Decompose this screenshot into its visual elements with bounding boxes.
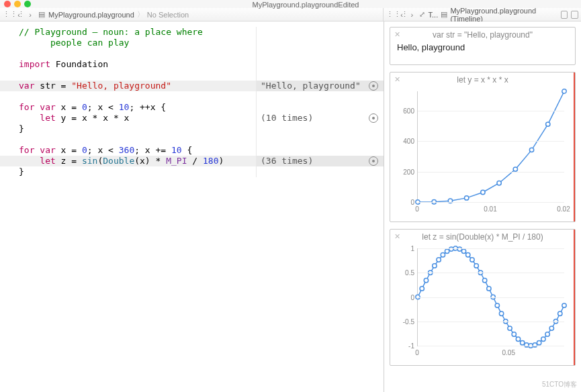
svg-point-9 bbox=[562, 89, 566, 93]
breadcrumb-file[interactable]: MyPlayground.playground (Timeline) bbox=[450, 7, 555, 23]
timeline-card-value: ✕ var str = "Hello, playground" Hello, p… bbox=[390, 27, 576, 65]
code-line-highlighted: let z = sin(Double(x) * M_PI / 180) (36 … bbox=[0, 156, 384, 166]
quicklook-icon[interactable] bbox=[369, 113, 378, 123]
svg-point-12 bbox=[424, 279, 428, 283]
code-comment: // Playground – noun: a place where bbox=[19, 27, 208, 37]
svg-point-38 bbox=[533, 343, 537, 347]
svg-point-11 bbox=[420, 287, 424, 291]
quicklook-icon[interactable] bbox=[369, 81, 378, 91]
code-text: Foundation bbox=[50, 59, 108, 69]
card-title: let y = x * x * x bbox=[390, 72, 575, 86]
svg-point-26 bbox=[482, 279, 486, 283]
close-window-button[interactable] bbox=[4, 1, 11, 7]
card-output: Hello, playground bbox=[390, 41, 575, 64]
toggle-button[interactable] bbox=[561, 11, 568, 19]
breadcrumb-separator: 〉 bbox=[137, 9, 144, 19]
svg-point-17 bbox=[445, 249, 449, 253]
document-icon: ▤ bbox=[440, 10, 448, 19]
close-icon[interactable]: ✕ bbox=[394, 75, 400, 84]
svg-point-39 bbox=[537, 340, 541, 344]
svg-point-8 bbox=[546, 122, 550, 126]
svg-point-22 bbox=[466, 253, 470, 257]
svg-point-24 bbox=[474, 264, 478, 268]
breadcrumb-selection[interactable]: No Selection bbox=[147, 11, 189, 19]
timeline-scrubber[interactable] bbox=[574, 230, 575, 365]
watermark: 51CTO博客 bbox=[542, 380, 577, 389]
timeline-card-chart: ✕ let y = x * x * x 0200400600 00.010.02 bbox=[390, 72, 576, 222]
svg-point-29 bbox=[495, 303, 499, 307]
svg-point-7 bbox=[529, 148, 533, 152]
svg-point-18 bbox=[449, 247, 453, 251]
source-editor[interactable]: // Playground – noun: a place where peop… bbox=[0, 21, 384, 392]
close-icon[interactable]: ✕ bbox=[394, 30, 400, 39]
related-items-icon[interactable]: ⋮⋮⋮ bbox=[3, 10, 12, 19]
timeline-card-chart: ✕ let z = sin(Double(x) * M_PI / 180) -1… bbox=[390, 229, 576, 366]
svg-point-20 bbox=[457, 247, 461, 251]
timeline-scrubber[interactable] bbox=[574, 72, 575, 222]
svg-point-41 bbox=[545, 332, 549, 336]
svg-point-34 bbox=[516, 337, 520, 341]
result-sidebar-value: "Hello, playground" bbox=[256, 81, 384, 91]
chart-cubic: 0200400600 00.010.02 bbox=[417, 89, 570, 216]
svg-point-16 bbox=[441, 253, 445, 257]
svg-point-4 bbox=[481, 190, 485, 194]
svg-point-33 bbox=[512, 332, 516, 336]
document-icon: ▤ bbox=[37, 10, 46, 19]
jump-bar: ⋮⋮⋮ ‹ › ▤ MyPlayground.playground 〉 No S… bbox=[0, 8, 581, 21]
forward-icon[interactable]: › bbox=[26, 11, 35, 19]
zoom-window-button[interactable] bbox=[24, 1, 31, 7]
code-line-highlighted: var str = "Hello, playground" "Hello, pl… bbox=[0, 81, 384, 91]
card-title: var str = "Hello, playground" bbox=[390, 28, 575, 41]
svg-point-5 bbox=[497, 181, 501, 185]
window-titlebar: MyPlayground.playgroundEdited bbox=[0, 0, 581, 8]
back-icon[interactable]: ‹ bbox=[398, 11, 406, 19]
quicklook-icon[interactable] bbox=[369, 156, 378, 166]
close-icon[interactable]: ✕ bbox=[394, 232, 400, 241]
svg-point-3 bbox=[464, 196, 468, 200]
card-title: let z = sin(Double(x) * M_PI / 180) bbox=[390, 230, 575, 243]
svg-point-27 bbox=[487, 287, 491, 291]
window-title: MyPlayground.playgroundEdited bbox=[34, 1, 577, 9]
tab-label[interactable]: T... bbox=[429, 11, 439, 19]
svg-point-45 bbox=[562, 303, 566, 307]
svg-point-36 bbox=[525, 343, 529, 347]
svg-point-14 bbox=[433, 264, 437, 268]
timeline-pane: ✕ var str = "Hello, playground" Hello, p… bbox=[384, 21, 581, 392]
minimize-window-button[interactable] bbox=[14, 1, 21, 7]
editor-pane: // Playground – noun: a place where peop… bbox=[0, 21, 384, 392]
svg-point-21 bbox=[461, 249, 465, 253]
svg-point-32 bbox=[508, 326, 512, 330]
result-sidebar-value: (36 times) bbox=[256, 156, 384, 166]
forward-icon[interactable]: › bbox=[408, 11, 416, 19]
svg-point-35 bbox=[521, 340, 525, 344]
back-icon[interactable]: ‹ bbox=[14, 11, 24, 19]
chart-sine: -1-0.500.51 00.05 bbox=[417, 246, 570, 360]
code-keyword: import bbox=[19, 59, 50, 69]
svg-point-15 bbox=[437, 258, 441, 262]
svg-point-6 bbox=[513, 167, 517, 171]
toggle-button[interactable] bbox=[571, 11, 578, 19]
code-comment: people can play bbox=[19, 38, 129, 48]
popout-icon[interactable]: ⤢ bbox=[418, 10, 426, 19]
related-items-icon[interactable]: ⋮⋮⋮ bbox=[386, 10, 396, 19]
svg-point-42 bbox=[549, 326, 553, 330]
result-sidebar-value: (10 times) bbox=[256, 113, 384, 124]
svg-point-44 bbox=[558, 311, 562, 315]
svg-point-40 bbox=[541, 337, 545, 341]
breadcrumb-file[interactable]: MyPlayground.playground bbox=[48, 11, 134, 19]
svg-point-30 bbox=[499, 311, 503, 315]
svg-point-23 bbox=[470, 258, 474, 262]
